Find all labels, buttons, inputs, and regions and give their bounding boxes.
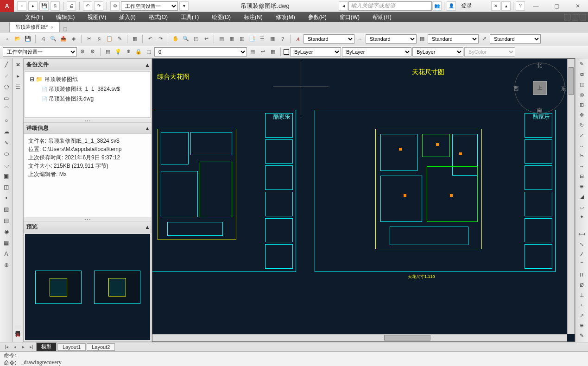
layer-freeze-icon[interactable]: ❄ xyxy=(124,47,133,57)
viewcube[interactable]: 上 北 南 东 西 xyxy=(514,63,565,114)
mdi-minimize[interactable] xyxy=(564,14,570,20)
dim-tol-icon[interactable]: ± xyxy=(577,301,587,309)
explode-icon[interactable]: ✦ xyxy=(577,213,587,221)
dim-style-icon[interactable]: ↔ xyxy=(355,34,365,44)
backup-files-header[interactable]: 备份文件▴ xyxy=(24,59,152,70)
pin-panel-icon[interactable]: ▸ xyxy=(13,71,23,81)
menu-help[interactable]: 帮助(H) xyxy=(366,13,398,21)
dim-aligned-icon[interactable]: ⤡ xyxy=(577,240,587,248)
copy2-icon[interactable]: ⧉ xyxy=(577,70,587,79)
zoom-window-icon[interactable]: ◰ xyxy=(191,34,201,44)
break-icon[interactable]: ⊟ xyxy=(577,172,587,181)
ws-gear2-icon[interactable]: ⚙ xyxy=(88,47,97,57)
rectangle-icon[interactable]: ▭ xyxy=(2,94,11,103)
erase-icon[interactable]: ✎ xyxy=(577,60,587,69)
text-style-select[interactable]: Standard xyxy=(303,34,354,44)
tab-prev-icon[interactable]: ◂ xyxy=(11,344,19,349)
fillet-icon[interactable]: ◡ xyxy=(577,203,587,211)
details-header[interactable]: 详细信息▴ xyxy=(24,122,152,134)
color-swatch[interactable] xyxy=(284,49,289,55)
plotstyle-select[interactable]: ByColor xyxy=(464,47,515,57)
addsel-icon[interactable]: ⊕ xyxy=(2,260,11,270)
tree-root[interactable]: 吊顶装修图纸 xyxy=(29,75,146,84)
rotate-icon[interactable]: ↻ xyxy=(577,121,587,130)
share-icon[interactable]: ▴ xyxy=(501,1,511,11)
maximize-button[interactable]: ▢ xyxy=(546,0,567,12)
extend-icon[interactable]: → xyxy=(577,162,587,170)
dim-arc-icon[interactable]: ⌒ xyxy=(577,260,587,269)
new-tab-button[interactable]: ▢ xyxy=(63,26,67,32)
dim-linear-icon[interactable]: ⟷ xyxy=(577,230,587,238)
point-icon[interactable]: • xyxy=(2,194,11,203)
offset-icon[interactable]: ◎ xyxy=(577,91,587,99)
block-icon[interactable]: ▦ xyxy=(130,34,139,44)
center-icon[interactable]: ⊕ xyxy=(577,322,587,330)
quickcalc-icon[interactable]: ▦ xyxy=(268,34,277,44)
layer-color-icon[interactable]: ▢ xyxy=(144,47,153,57)
search-icon[interactable]: 👥 xyxy=(432,1,442,11)
preview-header[interactable]: 预览▴ xyxy=(24,221,152,233)
array-icon[interactable]: ⊞ xyxy=(577,101,587,109)
settings-icon[interactable]: ⚙ xyxy=(110,1,120,11)
design-center-icon[interactable]: ▦ xyxy=(227,34,236,44)
menu-insert[interactable]: 插入(I) xyxy=(113,13,142,21)
dim-dia-icon[interactable]: Ø xyxy=(577,281,587,289)
tab-first-icon[interactable]: |◂ xyxy=(3,344,10,349)
ellipse-arc-icon[interactable]: ◡ xyxy=(2,160,11,170)
close-tab-icon[interactable]: × xyxy=(51,25,53,30)
resize-panel-icon[interactable]: ☰ xyxy=(13,82,23,92)
chamfer-icon[interactable]: ◢ xyxy=(577,193,587,201)
menu-file[interactable]: 文件(F) xyxy=(19,13,50,21)
mtext-icon[interactable]: A xyxy=(2,249,11,259)
line-icon[interactable]: ╱ xyxy=(2,60,11,69)
table-style-select[interactable]: Standard xyxy=(428,34,479,44)
arc-icon[interactable]: ⌒ xyxy=(2,105,11,114)
scale-icon[interactable]: ⤢ xyxy=(577,132,587,140)
region-icon[interactable]: ◉ xyxy=(2,227,11,236)
collapse-icon-3[interactable]: ▴ xyxy=(146,224,149,230)
save-file-icon[interactable]: 💾 xyxy=(23,34,32,44)
table-icon[interactable]: ▦ xyxy=(2,238,11,247)
3d-icon[interactable]: ◈ xyxy=(69,34,78,44)
collapse-icon[interactable]: ▴ xyxy=(146,62,149,68)
redo-icon[interactable]: ↷ xyxy=(94,1,103,11)
zoom-prev-icon[interactable]: ↩ xyxy=(202,34,211,44)
thumbnail-2[interactable] xyxy=(94,271,140,304)
new-icon[interactable]: ▫ xyxy=(17,1,26,11)
menu-format[interactable]: 格式(O) xyxy=(142,13,174,21)
workspace-select[interactable]: 工作空间设置一 xyxy=(121,1,178,11)
drawing-canvas[interactable]: 综合天花图 天花尺寸图 酷家乐 补充定位1:110 酷家乐 xyxy=(152,58,575,342)
layer-state-icon[interactable]: ▤ xyxy=(248,47,257,57)
dim-angular-icon[interactable]: ∠ xyxy=(577,250,587,259)
dim-style-select[interactable]: Standard xyxy=(366,34,417,44)
insert-block-icon[interactable]: ▣ xyxy=(2,171,11,181)
document-tab[interactable]: 吊顶装修图纸* × xyxy=(9,22,60,32)
layer-on-icon[interactable]: 💡 xyxy=(114,47,123,57)
user-icon[interactable]: 👤 xyxy=(447,1,456,11)
qleader-icon[interactable]: ↗ xyxy=(577,311,587,320)
tab-layout1[interactable]: Layout1 xyxy=(57,343,86,351)
lineweight-select[interactable]: ByLayer xyxy=(412,47,463,57)
circle-icon[interactable]: ○ xyxy=(2,116,11,125)
linetype-select[interactable]: ByLayer xyxy=(342,47,411,57)
menu-dimension[interactable]: 标注(N) xyxy=(237,13,269,21)
zoom-icon[interactable]: 🔍 xyxy=(181,34,190,44)
search-input[interactable]: 输入关键字或短语 xyxy=(348,1,432,11)
menu-draw[interactable]: 绘图(D) xyxy=(205,13,237,21)
save-icon[interactable]: 💾 xyxy=(39,1,49,11)
layer-iso-icon[interactable]: ▦ xyxy=(268,47,278,57)
viewcube-face[interactable]: 上 xyxy=(533,81,547,95)
dim-radius-icon[interactable]: R xyxy=(577,271,587,279)
undo2-icon[interactable]: ↶ xyxy=(145,34,155,44)
copy-icon[interactable]: ⎘ xyxy=(95,34,104,44)
tab-model[interactable]: 模型 xyxy=(36,342,57,351)
mdi-close[interactable] xyxy=(580,14,586,20)
scrollbar-horizontal[interactable] xyxy=(152,334,567,341)
layer-props-icon[interactable]: ▤ xyxy=(103,47,113,57)
gradient-icon[interactable]: ▤ xyxy=(2,216,11,225)
panel-grip-2[interactable]: • • • xyxy=(24,217,152,221)
search-nav-left[interactable]: ◂ xyxy=(339,1,348,11)
panel-grip-1[interactable]: • • • xyxy=(24,119,152,122)
markup-icon[interactable]: ☰ xyxy=(258,34,267,44)
print-icon[interactable]: 🖨 xyxy=(67,1,76,11)
